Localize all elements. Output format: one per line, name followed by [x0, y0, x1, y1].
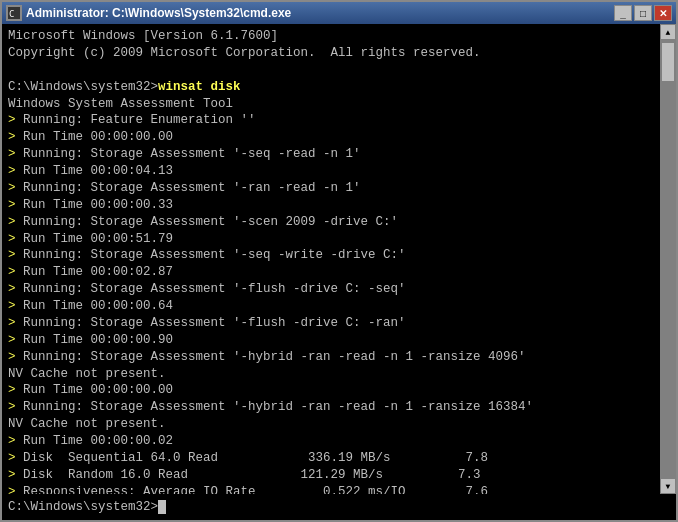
- cmd-window: C Administrator: C:\Windows\System32\cmd…: [0, 0, 678, 522]
- prompt-text: C:\Windows\system32>: [8, 500, 158, 514]
- cursor: [158, 500, 166, 514]
- maximize-button[interactable]: □: [634, 5, 652, 21]
- svg-text:C: C: [9, 9, 14, 19]
- title-bar: C Administrator: C:\Windows\System32\cmd…: [2, 2, 676, 24]
- minimize-button[interactable]: _: [614, 5, 632, 21]
- title-bar-left: C Administrator: C:\Windows\System32\cmd…: [6, 5, 291, 21]
- scrollbar-thumb[interactable]: [661, 42, 675, 82]
- scroll-up-button[interactable]: ▲: [660, 24, 676, 40]
- console-output[interactable]: Microsoft Windows [Version 6.1.7600] Cop…: [2, 24, 660, 494]
- cmd-icon: C: [6, 5, 22, 21]
- close-button[interactable]: ✕: [654, 5, 672, 21]
- scrollbar[interactable]: ▲ ▼: [660, 24, 676, 494]
- scrollbar-track[interactable]: [660, 40, 676, 478]
- console-area: Microsoft Windows [Version 6.1.7600] Cop…: [2, 24, 676, 494]
- title-bar-buttons: _ □ ✕: [614, 5, 672, 21]
- window-title: Administrator: C:\Windows\System32\cmd.e…: [26, 6, 291, 20]
- status-bar: C:\Windows\system32>: [2, 494, 676, 520]
- scroll-down-button[interactable]: ▼: [660, 478, 676, 494]
